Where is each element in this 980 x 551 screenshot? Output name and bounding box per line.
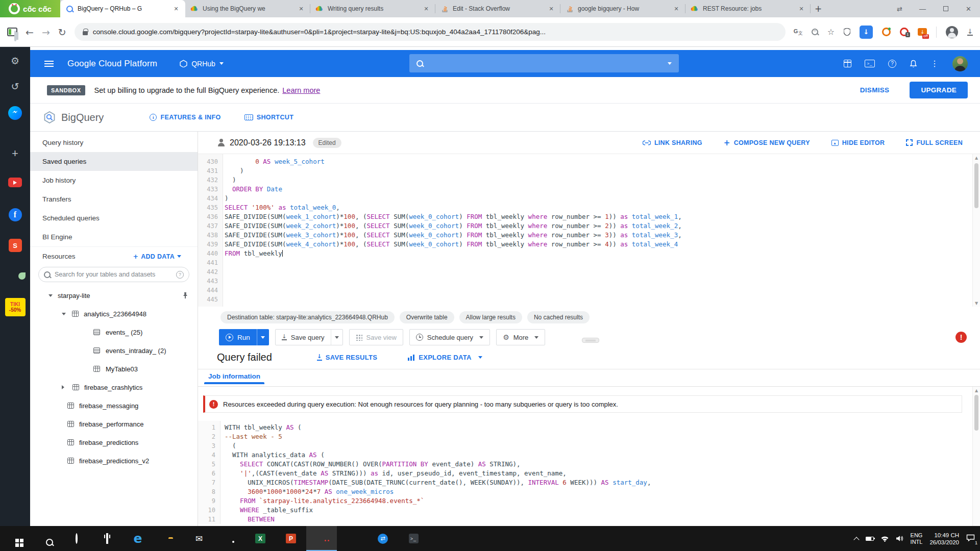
sql-editor[interactable]: 430 0 AS week_5_cohort431 )432 )433 ORDE… [198,154,980,307]
nav-item-bi-engine[interactable]: BI Engine [30,228,198,246]
tab-search-icon[interactable]: ⇄ [888,0,911,17]
sidebar-item-panel[interactable] [0,32,30,41]
browser-tab[interactable]: Using the BigQuery we✕ [185,0,310,17]
search-help-icon[interactable]: ? [176,271,184,279]
speaker-icon[interactable] [896,535,903,542]
taskbar-coccoc[interactable] [306,526,337,551]
tab-close-icon[interactable]: ✕ [547,6,555,12]
minimize-button[interactable]: — [911,0,934,17]
clock[interactable]: 10:49 CH26/03/2020 [929,532,959,546]
nav-item-query-history[interactable]: Query history [30,133,198,152]
tree-item-firebase_messaging[interactable]: firebase_messaging [30,396,198,415]
explore-data-button[interactable]: EXPLORE DATA [408,354,482,361]
taskbar-notes[interactable] [337,526,368,551]
help-icon[interactable]: ? [888,60,896,68]
results-scrollbar[interactable]: ▲ [972,387,980,526]
tree-item-firebase_crashlytics[interactable]: firebase_crashlytics [30,378,198,396]
tree-item-MyTable03[interactable]: MyTable03 [30,360,198,378]
scroll-up-icon[interactable]: ▲ [973,387,980,393]
gcp-product-name[interactable]: Google Cloud Platform [67,59,157,69]
tab-close-icon[interactable]: ✕ [797,6,805,12]
hamburger-menu-icon[interactable] [44,61,54,67]
url-text[interactable]: console.cloud.google.com/bigquery?projec… [93,28,777,36]
link-sharing-button[interactable]: LINK SHARING [643,139,702,146]
shortcut-button[interactable]: SHORTCUT [244,114,294,121]
tab-job-information[interactable]: Job information [208,372,260,380]
account-avatar[interactable] [952,56,968,71]
sidebar-item-gear[interactable]: ⚙ [0,56,30,66]
extension-red-icon[interactable]: 1 [900,28,909,36]
browser-profile-icon[interactable] [946,26,958,38]
compose-new-query-button[interactable]: + COMPOSE NEW QUERY [724,138,810,147]
tab-close-icon[interactable]: ✕ [672,6,680,12]
pin-icon[interactable] [182,292,188,299]
address-bar[interactable]: console.cloud.google.com/bigquery?projec… [75,23,786,41]
features-info-button[interactable]: i FEATURES & INFO [150,114,220,121]
tab-close-icon[interactable]: ✕ [297,6,305,12]
tree-item-firebase_predictions[interactable]: firebase_predictions [30,433,198,452]
dataset-search-input[interactable]: Search for your tables and datasets ? [38,267,189,282]
tree-item-events_ (25)[interactable]: events_ (25) [30,323,198,341]
query-option-pill[interactable]: Overwrite table [400,311,454,323]
language-indicator[interactable]: ENGINTL [911,532,923,545]
schedule-query-button[interactable]: Schedule query [409,329,490,345]
overflow-menu-icon[interactable]: ⋮ [930,59,939,68]
shield-icon[interactable] [844,28,850,36]
taskbar-powerpoint[interactable]: P [276,526,306,551]
downloads-icon[interactable]: ↓ [967,29,973,36]
project-picker[interactable]: QRHub [180,60,224,68]
tab-close-icon[interactable]: ✕ [172,6,180,12]
save-query-dropdown[interactable] [331,330,342,345]
bookmark-star-icon[interactable]: ☆ [827,27,835,37]
battery-icon[interactable] [866,537,874,541]
new-tab-button[interactable]: + [811,0,826,17]
download-manager-icon[interactable]: ↓ [860,26,873,39]
tree-item-analytics_223664948[interactable]: analytics_223664948 [30,305,198,323]
scrollbar-thumb[interactable] [974,395,978,431]
taskbar-explorer[interactable] [153,526,184,551]
sidebar-item-facebook[interactable]: f [0,208,30,221]
cloud-shell-icon[interactable]: >_ [865,60,875,67]
query-option-pill[interactable]: Destination table: starpay-lite:analytic… [220,311,395,323]
extension-off-icon[interactable]: ↓off [918,28,927,36]
sidebar-item-shopee[interactable]: S [0,239,30,252]
sidebar-item-youtube[interactable] [0,178,30,187]
nav-item-scheduled-queries[interactable]: Scheduled queries [30,209,198,228]
taskbar-search[interactable] [31,526,61,551]
hidden-icons-chevron-icon[interactable] [853,537,859,542]
taskbar-chrome[interactable] [214,526,245,551]
sidebar-item-tiki[interactable]: TIKI-50% [0,298,30,316]
gcp-search-bar[interactable] [409,54,679,72]
sidebar-item-plus[interactable]: + [0,148,30,159]
more-button[interactable]: ⚙More [496,329,545,345]
sidebar-item-history[interactable]: ↺ [0,82,30,92]
query-option-pill[interactable]: Allow large results [459,311,522,323]
close-window-button[interactable]: ✕ [957,0,980,17]
hide-editor-button[interactable]: ▴ HIDE EDITOR [831,139,885,146]
browser-tab[interactable]: Edit - Stack Overflow✕ [435,0,560,17]
run-button[interactable]: Run [219,329,269,345]
taskbar-cortana[interactable] [61,526,92,551]
tree-item-firebase_performance[interactable]: firebase_performance [30,415,198,433]
resize-handle[interactable] [582,338,599,343]
scrollbar-thumb[interactable] [974,163,978,208]
reload-button[interactable]: ↻ [58,27,66,38]
translate-icon[interactable] [794,28,802,36]
browser-tab[interactable]: Writing query results✕ [310,0,435,17]
taskbar-oliveapp[interactable] [429,526,459,551]
extension-circle-icon[interactable] [882,28,891,36]
nav-item-transfers[interactable]: Transfers [30,190,198,209]
dismiss-button[interactable]: DISMISS [860,86,890,94]
browser-tab[interactable]: google bigquery - How✕ [560,0,685,17]
notifications-bell-icon[interactable] [910,60,917,68]
full-screen-button[interactable]: FULL SCREEN [906,139,963,146]
browser-tab[interactable]: REST Resource: jobs✕ [685,0,811,17]
save-view-button[interactable]: Save view [349,329,403,345]
wifi-icon[interactable] [881,536,889,542]
taskbar-darkapp[interactable]: >_ [398,526,429,551]
tree-item-events_intraday_ (2)[interactable]: events_intraday_ (2) [30,341,198,360]
editor-scrollbar[interactable]: ▲ ▼ [972,154,980,307]
browser-tab[interactable]: BigQuery – QRHub – G✕ [60,0,185,17]
nav-item-job-history[interactable]: Job history [30,171,198,190]
sidebar-item-messenger[interactable] [0,106,30,120]
